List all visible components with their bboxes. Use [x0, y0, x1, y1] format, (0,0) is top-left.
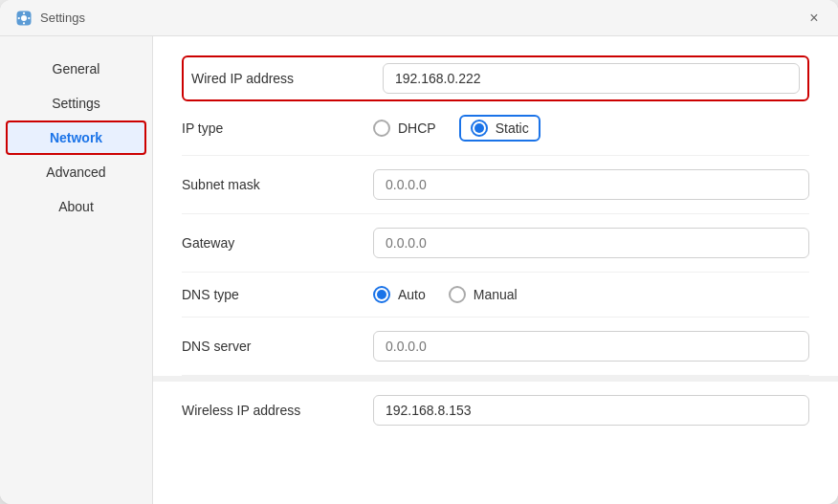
ip-type-label: IP type [182, 121, 373, 136]
svg-point-1 [21, 15, 27, 21]
ip-type-row: IP type DHCP Static [182, 101, 809, 156]
svg-point-4 [18, 16, 20, 18]
wired-ip-label: Wired IP address [191, 71, 383, 86]
gateway-row: Gateway [182, 214, 809, 273]
subnet-mask-input[interactable] [373, 169, 809, 200]
svg-point-5 [28, 16, 30, 18]
wireless-ip-input[interactable] [373, 395, 809, 426]
gateway-control [373, 228, 809, 258]
dhcp-option[interactable]: DHCP [373, 120, 436, 137]
svg-point-2 [23, 11, 25, 13]
subnet-mask-control [373, 169, 809, 200]
dns-manual-option[interactable]: Manual [449, 286, 518, 303]
wireless-ip-control [373, 395, 809, 426]
static-radio[interactable] [471, 120, 488, 137]
gateway-input[interactable] [373, 228, 809, 258]
dns-server-input[interactable] [373, 331, 809, 362]
svg-point-3 [23, 22, 25, 24]
sidebar: General Settings Network Advanced About [0, 36, 153, 504]
subnet-mask-label: Subnet mask [182, 177, 373, 192]
gateway-label: Gateway [182, 235, 373, 251]
dns-server-label: DNS server [182, 339, 373, 354]
app-icon [15, 10, 33, 27]
dns-type-row: DNS type Auto Manual [182, 273, 809, 318]
dhcp-radio[interactable] [373, 120, 390, 137]
dns-type-label: DNS type [182, 287, 373, 302]
static-option-highlighted[interactable]: Static [459, 115, 540, 142]
subnet-mask-row: Subnet mask [182, 156, 809, 214]
dns-server-control [373, 331, 809, 362]
wireless-ip-row: Wireless IP address [182, 382, 809, 431]
sidebar-item-advanced[interactable]: Advanced [0, 155, 152, 189]
dns-manual-radio[interactable] [449, 286, 466, 303]
main-content: General Settings Network Advanced About … [0, 36, 838, 504]
settings-window: Settings × General Settings Network Adva… [0, 0, 838, 504]
window-title: Settings [40, 11, 85, 25]
dns-auto-radio[interactable] [373, 286, 390, 303]
dns-auto-option[interactable]: Auto [373, 286, 426, 303]
dns-type-control: Auto Manual [373, 286, 809, 303]
sidebar-item-settings[interactable]: Settings [0, 86, 152, 121]
title-bar: Settings × [0, 0, 838, 36]
content-area: Wired IP address IP type DHCP Static [153, 36, 838, 504]
close-button[interactable]: × [804, 8, 825, 29]
wireless-ip-label: Wireless IP address [182, 403, 373, 418]
wired-ip-control [383, 63, 800, 94]
sidebar-item-about[interactable]: About [0, 189, 152, 224]
dns-server-row: DNS server [182, 318, 809, 376]
ip-type-control: DHCP Static [373, 115, 809, 142]
sidebar-item-general[interactable]: General [0, 52, 152, 86]
sidebar-item-network[interactable]: Network [6, 121, 146, 155]
wired-ip-row: Wired IP address [182, 55, 809, 101]
wired-ip-input[interactable] [383, 63, 800, 94]
